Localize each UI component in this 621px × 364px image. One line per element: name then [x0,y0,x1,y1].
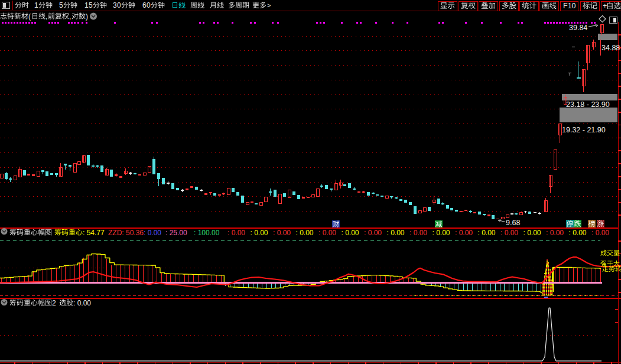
svg-text:: 0.00: : 0.00 [478,229,496,237]
svg-text:: 0.00: : 0.00 [591,229,609,237]
svg-text:: 0.00: : 0.00 [433,229,450,237]
svg-text:1: 1 [84,1,89,9]
svg-text:: 0.00: : 0.00 [296,229,314,237]
svg-text:0: 0 [117,1,121,9]
svg-text:0: 0 [147,1,151,9]
svg-text:(: ( [28,12,31,21]
svg-text:3: 3 [113,1,117,9]
svg-text:1: 1 [34,1,38,9]
svg-text:ZZD: 50.36: ZZD: 50.36 [108,229,144,237]
svg-text:,: , [69,12,71,21]
svg-text:): ) [86,12,88,21]
svg-text:: 0.00: : 0.00 [409,229,427,237]
svg-text:,: , [45,12,47,21]
svg-text:23.18 - 23.90: 23.18 - 23.90 [566,100,610,109]
svg-text:: 0.00: : 0.00 [227,229,245,237]
svg-text:: 0.00: : 0.00 [387,229,405,237]
svg-text:: 0.00: : 0.00 [546,229,564,237]
svg-text:: 0.00: : 0.00 [364,229,382,237]
svg-text:>: > [267,2,271,9]
svg-text:34.88: 34.88 [602,44,620,52]
svg-text:: 0.00: : 0.00 [73,299,91,307]
svg-text:: 0.00: : 0.00 [144,229,161,237]
svg-text:5: 5 [59,1,63,9]
svg-text:: 0.00: : 0.00 [342,229,359,237]
svg-text:6: 6 [142,1,147,9]
svg-text:39.84: 39.84 [569,24,587,32]
svg-text:: 0.00: : 0.00 [273,229,291,237]
svg-text:: 0.00: : 0.00 [318,229,336,237]
svg-text:+: + [603,2,607,10]
svg-text:: 0.00: : 0.00 [569,229,587,237]
svg-text:: 0.00: : 0.00 [251,229,268,237]
svg-text:F10: F10 [563,2,576,10]
svg-text:: 25.00: : 25.00 [165,229,187,237]
svg-text:: 0.00: : 0.00 [455,229,473,237]
svg-text:19.32 - 21.90: 19.32 - 21.90 [562,126,606,134]
svg-text:: 0.00: : 0.00 [500,229,518,237]
svg-text:: 54.77: : 54.77 [83,229,105,237]
svg-text:: 100.00: : 100.00 [194,229,220,237]
svg-text:2: 2 [52,299,56,307]
svg-text:9.68: 9.68 [506,219,520,227]
svg-text:: 0.00: : 0.00 [524,229,541,237]
svg-text:5: 5 [89,1,93,9]
